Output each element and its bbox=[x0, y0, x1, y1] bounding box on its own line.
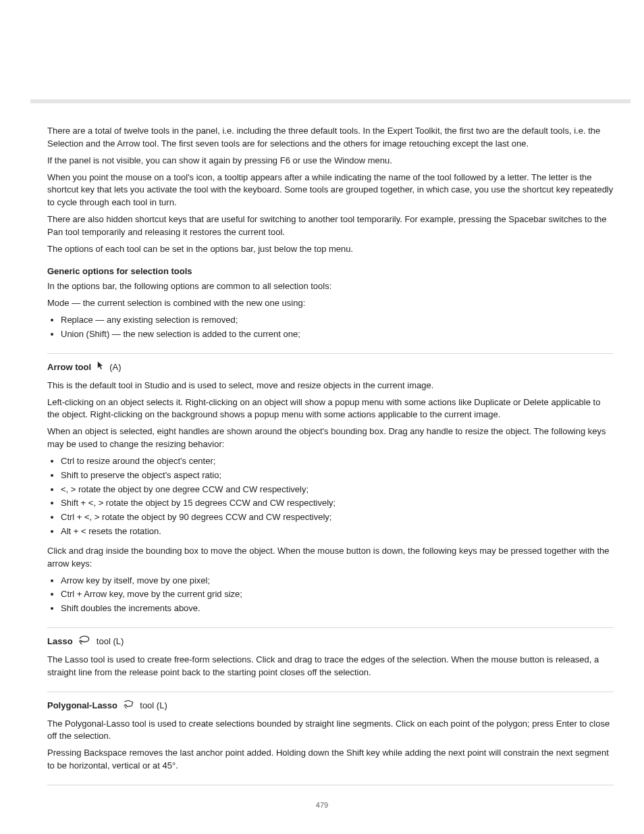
section-divider bbox=[47, 692, 614, 692]
arrow-resize-item: Ctrl to resize around the object's cente… bbox=[61, 455, 614, 468]
intro-paragraph-5: The options of each tool can be set in t… bbox=[47, 243, 614, 256]
arrow-resize-item: Alt + < resets the rotation. bbox=[61, 525, 614, 538]
lasso-body: The Lasso tool is used to create free-fo… bbox=[47, 654, 614, 679]
arrow-tool-heading: Arrow tool (A) bbox=[47, 361, 614, 375]
mode-label: Mode — the current selection is combined… bbox=[47, 297, 614, 310]
top-divider bbox=[30, 99, 630, 103]
arrow-resize-item: Shift to preserve the object's aspect ra… bbox=[61, 469, 614, 482]
intro-paragraph-3: When you point the mouse on a tool's ico… bbox=[47, 172, 614, 210]
polygonal-lasso-heading: Polygonal-Lasso tool (L) bbox=[47, 699, 614, 714]
section-divider bbox=[47, 353, 614, 354]
arrow-paragraph-2: Left-clicking on an object selects it. R… bbox=[47, 396, 614, 422]
arrow-resize-item: Shift + <, > rotate the object by 15 deg… bbox=[61, 497, 614, 510]
arrow-paragraph-1: This is the default tool in Studio and i… bbox=[47, 380, 614, 392]
polygonal-lasso-icon bbox=[123, 699, 135, 714]
polygonal-lasso-p2: Pressing Backspace removes the last anch… bbox=[47, 747, 614, 773]
document-page: There are a total of twelve tools in the… bbox=[0, 0, 644, 834]
arrow-move-item: Ctrl + Arrow key, move by the current gr… bbox=[61, 588, 614, 601]
arrow-resize-item: <, > rotate the object by one degree CCW… bbox=[61, 484, 614, 496]
polygonal-lasso-title: Polygonal-Lasso bbox=[47, 700, 117, 710]
mode-list: Replace — any existing selection is remo… bbox=[47, 314, 614, 341]
polygonal-lasso-p1: The Polygonal-Lasso tool is used to crea… bbox=[47, 718, 614, 744]
generic-options-body: In the options bar, the following option… bbox=[47, 280, 614, 293]
intro-paragraph-2: If the panel is not visible, you can sho… bbox=[47, 155, 614, 167]
lasso-icon bbox=[78, 635, 91, 650]
section-divider bbox=[47, 785, 614, 785]
svg-point-1 bbox=[124, 704, 126, 706]
arrow-paragraph-4: Click and drag inside the bounding box t… bbox=[47, 545, 614, 571]
arrow-tool-title: Arrow tool bbox=[47, 362, 91, 372]
lasso-tool-title: Lasso bbox=[47, 637, 73, 647]
polygonal-lasso-shortcut: tool (L) bbox=[140, 700, 167, 710]
mode-item-union: Union (Shift) — the new selection is add… bbox=[61, 328, 614, 341]
intro-paragraph-1: There are a total of twelve tools in the… bbox=[47, 125, 614, 151]
arrow-move-item: Arrow key by itself, move by one pixel; bbox=[61, 575, 614, 588]
arrow-move-item: Shift doubles the increments above. bbox=[61, 602, 614, 615]
arrow-move-list: Arrow key by itself, move by one pixel; … bbox=[47, 575, 614, 616]
intro-paragraph-4: There are also hidden shortcut keys that… bbox=[47, 213, 614, 239]
arrow-tool-shortcut: (A) bbox=[109, 362, 121, 372]
page-number: 479 bbox=[0, 800, 644, 811]
svg-point-0 bbox=[80, 640, 82, 642]
arrow-paragraph-3: When an object is selected, eight handle… bbox=[47, 425, 614, 451]
cursor-arrow-icon bbox=[97, 361, 105, 375]
page-content: There are a total of twelve tools in the… bbox=[47, 0, 614, 785]
arrow-resize-list: Ctrl to resize around the object's cente… bbox=[47, 455, 614, 538]
mode-item-replace: Replace — any existing selection is remo… bbox=[61, 314, 614, 327]
arrow-resize-item: Ctrl + <, > rotate the object by 90 degr… bbox=[61, 511, 614, 524]
lasso-tool-shortcut: tool (L) bbox=[97, 637, 124, 647]
generic-options-heading: Generic options for selection tools bbox=[47, 265, 614, 278]
lasso-tool-heading: Lasso tool (L) bbox=[47, 635, 614, 650]
section-divider bbox=[47, 627, 614, 628]
